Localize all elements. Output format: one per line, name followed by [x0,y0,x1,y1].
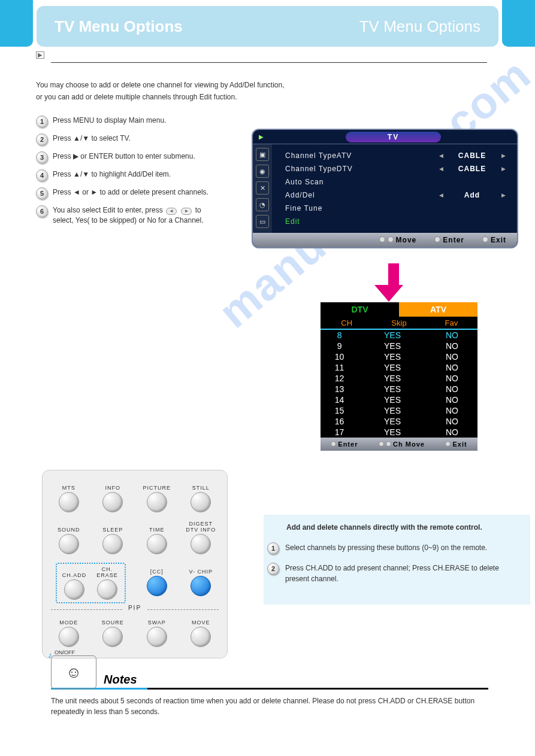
step-number: 2 [36,133,48,145]
col-skip: Skip [373,317,425,329]
remote-btn-time[interactable]: TIME [147,521,167,554]
step-2: 2 Press ▲/▼ to select TV. [36,133,216,145]
osd2-hint-chmove: Ch Move [379,441,425,448]
table-row[interactable]: 15YESNO [321,405,477,416]
osd-row-channel-type-atv[interactable]: Channel TypeATV ◀ CABLE ▶ [285,149,507,162]
chevron-left-icon[interactable]: ◀ [437,166,445,172]
table-row[interactable]: 14YESNO [321,394,477,405]
osd-label: Channel TypeATV [285,151,437,160]
table-row[interactable]: 9YESNO [321,341,477,351]
step-5: 5 Press ◄ or ► to add or delete present … [36,187,216,199]
chevron-right-icon[interactable]: ▶ [499,153,507,159]
tv-mascot-icon: ♪ ☺ [51,655,96,689]
osd2-table: 8YESNO9YESNO10YESNO11YESNO12YESNO13YESNO… [321,330,477,438]
remote-btn-mts[interactable]: MTS [59,479,79,512]
intro-line-2: or you can add or delete multiple channe… [36,92,523,102]
table-row[interactable]: 13YESNO [321,384,477,394]
remote-btn-swap[interactable]: SWAP [147,614,167,647]
osd-label: Auto Scan [285,178,507,186]
step-6: 6 You also select Edit to enter, press ◄… [36,205,216,226]
remote-btn-picture[interactable]: PICTURE [143,479,171,512]
header-center: TV Menu Options TV Menu Options [37,6,498,47]
remote-control-illustration: MTS INFO PICTURE STILL SOUND SLEEP TIME … [42,470,228,658]
step-text: You also select Edit to enter, press ◄ ►… [53,205,216,226]
chevron-left-icon[interactable]: ◀ [437,153,445,159]
remote-btn-cherase[interactable]: CH. ERASE [93,566,122,600]
osd-tabbar: ▶ TV [253,130,517,144]
osd-row-channel-type-dtv[interactable]: Channel TypeDTV ◀ CABLE ▶ [285,162,507,175]
picture-icon[interactable]: ▣ [256,148,269,161]
chevron-left-icon[interactable]: ◀ [437,192,445,198]
osd-row-add-del[interactable]: Add/Del ◀ Add ▶ [285,189,507,202]
step-text: Press ◄ or ► to add or delete present ch… [53,187,216,199]
play-icon: ▶ [36,51,44,59]
pip-label: PIP [122,605,147,611]
remote-btn-move[interactable]: MOVE [191,614,211,647]
osd-side-icons: ▣ ◉ ✕ ◔ ▭ [253,144,272,233]
steps-list: 1 Press MENU to display Main menu. 2 Pre… [36,116,216,226]
osd-label: Add/Del [285,191,437,199]
page-header: TV Menu Options TV Menu Options [0,0,535,47]
audio-icon[interactable]: ◉ [256,165,269,178]
osd-label: Channel TypeDTV [285,165,437,173]
table-row[interactable]: 10YESNO [321,351,477,362]
osd-edit-table: DTV ATV CH Skip Fav 8YESNO9YESNO10YESNO1… [321,302,477,451]
tv-icon[interactable]: ▭ [256,215,269,228]
osd-tab-tv[interactable]: TV [346,132,441,142]
remote-instructions-panel: Add and delete channels directly with th… [264,515,530,605]
table-row[interactable]: 12YESNO [321,373,477,384]
left-arrow-icon: ◄ [166,208,177,215]
chevron-right-icon[interactable]: ▶ [499,192,507,198]
remote-btn-sleep[interactable]: SLEEP [102,521,123,554]
step-text: Press ▶ or ENTER button to enter submenu… [53,151,216,163]
step-number: 4 [36,169,48,181]
osd-row-fine-tune[interactable]: Fine Tune [285,202,507,215]
remote-btn-sound[interactable]: SOUND [58,521,80,554]
remote-btn-info[interactable]: INFO [102,479,123,512]
tab-atv[interactable]: ATV [399,302,477,317]
remote-btn-cc[interactable]: [CC] [147,563,167,603]
step-number: 3 [36,151,48,163]
osd-label: Edit [285,217,507,226]
col-ch: CH [321,317,373,329]
step-1: 1 Press MENU to display Main menu. [36,116,216,127]
time-icon[interactable]: ◔ [256,198,269,211]
divider [51,688,488,690]
step-number: 2 [267,563,279,575]
panel-step-1: 1 Select channels by pressing these butt… [267,542,522,554]
chevron-right-icon[interactable]: ▶ [499,166,507,172]
osd-row-auto-scan[interactable]: Auto Scan [285,175,507,189]
panel-title: Add and delete channels directly with th… [286,523,522,532]
notes-section: ♪ ☺ Notes The unit needs about 5 seconds… [51,655,488,717]
step-text: Select channels by pressing these button… [285,542,487,554]
remote-btn-still[interactable]: STILL [191,479,211,512]
remote-btn-vchip[interactable]: V- CHIP [189,563,213,603]
osd-value: CABLE [445,165,499,173]
header-left-tab [0,0,33,47]
osd2-footer: Enter Ch Move Exit [321,438,477,451]
osd-value: Add [445,191,499,199]
header-title-left: TV Menu Options [55,17,183,36]
osd-row-edit[interactable]: Edit [285,215,507,228]
tab-dtv[interactable]: DTV [321,302,399,317]
table-row[interactable]: 11YESNO [321,362,477,373]
osd2-hint-enter: Enter [331,441,358,448]
table-row[interactable]: 8YESNO [321,330,477,341]
table-row[interactable]: 16YESNO [321,416,477,427]
chevron-right-icon: ▶ [259,133,264,140]
step-number: 1 [36,116,48,127]
notes-title: Notes [104,673,137,687]
osd-footer: Move Enter Exit [253,233,517,247]
remote-btn-source[interactable]: SOURE [102,614,124,647]
tools-icon[interactable]: ✕ [256,181,269,195]
notes-text: The unit needs about 5 seconds of reacti… [51,696,488,717]
divider: PIP [51,609,219,610]
osd2-tabs: DTV ATV [321,302,477,317]
remote-onoff-label: ON/OFF [55,649,221,655]
step-4: 4 Press ▲/▼ to highlight Add/Del item. [36,169,216,181]
remote-btn-mode[interactable]: MODE [59,614,79,647]
table-row[interactable]: 17YESNO [321,427,477,438]
osd-hint-exit: Exit [482,236,506,244]
remote-btn-chadd[interactable]: CH.ADD [59,566,89,600]
remote-btn-digest-dtvinfo[interactable]: DIGEST DTV INFO [186,521,216,554]
